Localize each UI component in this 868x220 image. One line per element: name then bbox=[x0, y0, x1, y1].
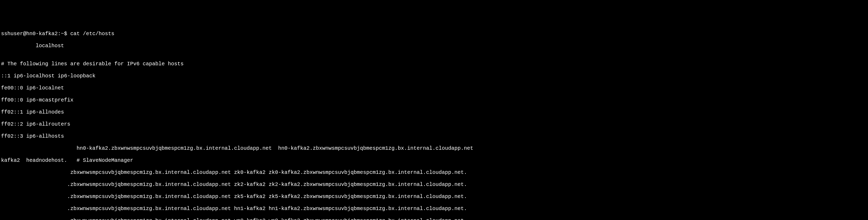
host-entry-headnode: kafka2 headnodehost. # SlaveNodeManager bbox=[1, 157, 867, 163]
terminal-output[interactable]: sshuser@hn0-kafka2:~$ cat /etc/hosts loc… bbox=[0, 24, 868, 220]
host-entry-zk0: zbxwnwsmpcsuvbjqbmespcm1zg.bx.internal.c… bbox=[1, 169, 867, 176]
host-entry-wn0: zbxwnwsmpcsuvbjqbmespcm1zg.bx.internal.c… bbox=[1, 218, 867, 220]
ipv6-entry-2: fe00::0 ip6-localnet bbox=[1, 85, 867, 91]
ipv6-comment: # The following lines are desirable for … bbox=[1, 61, 867, 67]
prompt-line: sshuser@hn0-kafka2:~$ cat /etc/hosts bbox=[1, 31, 867, 37]
ipv6-entry-5: ff02::2 ip6-allrouters bbox=[1, 121, 867, 127]
localhost-line: localhost bbox=[1, 43, 867, 49]
host-entry-zk5: .zbxwnwsmpcsuvbjqbmespcm1zg.bx.internal.… bbox=[1, 193, 867, 199]
ipv6-entry-1: ::1 ip6-localhost ip6-loopback bbox=[1, 73, 867, 79]
ipv6-entry-3: ff00::0 ip6-mcastprefix bbox=[1, 97, 867, 103]
host-entry-zk2: .zbxwnwsmpcsuvbjqbmespcm1zg.bx.internal.… bbox=[1, 182, 867, 187]
host-entry-hn1: .zbxwnwsmpcsuvbjqbmespcm1zg.bx.internal.… bbox=[1, 206, 867, 212]
ipv6-entry-6: ff02::3 ip6-allhosts bbox=[1, 133, 867, 139]
host-entry-hn0: hn0-kafka2.zbxwnwsmpcsuvbjqbmespcm1zg.bx… bbox=[1, 145, 867, 151]
ipv6-entry-4: ff02::1 ip6-allnodes bbox=[1, 109, 867, 115]
